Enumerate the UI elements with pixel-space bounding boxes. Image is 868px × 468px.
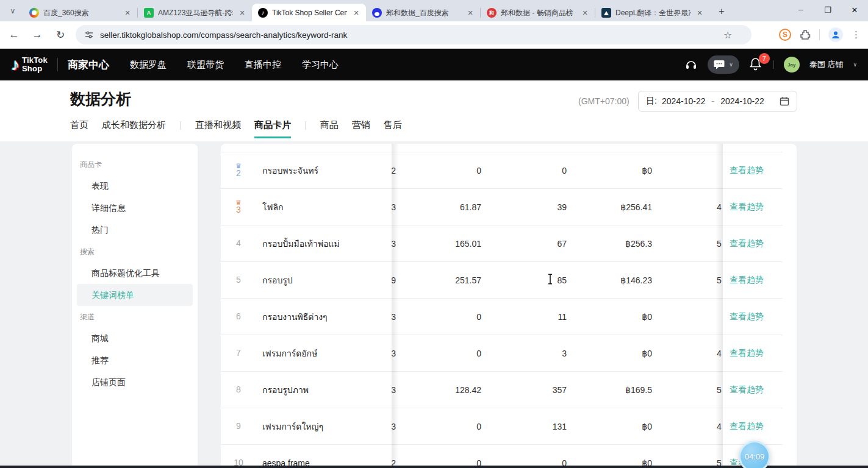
browser-tab-6[interactable]: DeepL翻译：全世界最准✕ xyxy=(595,4,709,21)
sidebar-item[interactable]: 热门 xyxy=(72,219,198,241)
tab-close-icon[interactable]: ✕ xyxy=(123,8,132,18)
address-bar[interactable]: seller.tiktokglobalshop.com/compass/sear… xyxy=(76,25,751,44)
clipped-column-right xyxy=(717,299,723,335)
headset-icon[interactable] xyxy=(684,58,698,71)
page-header: 数据分析 (GMT+07:00) 日: 2024-10-22 - 2024-10… xyxy=(0,80,868,141)
tab-search-chevron-icon[interactable]: ∨ xyxy=(4,2,22,20)
metric-col-2: 11 xyxy=(483,299,567,335)
view-trend-link[interactable]: 查看趋势 xyxy=(730,238,764,249)
tab-close-icon[interactable]: ✕ xyxy=(351,8,361,18)
sidebar-item[interactable]: 商品标题优化工具 xyxy=(72,262,198,284)
browser-tab-4[interactable]: 郑和数据_百度搜索✕ xyxy=(366,4,480,21)
reload-icon[interactable]: ↻ xyxy=(51,26,70,44)
sidebar-item[interactable]: 推荐 xyxy=(72,349,198,371)
metric-col-1: 0 xyxy=(398,299,481,335)
tab-title: 郑和数据_百度搜索 xyxy=(386,8,461,18)
view-trend-link[interactable]: 查看趋势 xyxy=(730,385,764,395)
sidebar-item[interactable]: 表现 xyxy=(72,175,198,197)
sidebar-item[interactable]: 详细信息 xyxy=(72,197,198,219)
metric-col-1: 0 xyxy=(398,408,481,444)
window-controls: ─ ❐ ✕ xyxy=(787,0,868,20)
bookmark-star-icon[interactable]: ☆ xyxy=(723,29,732,41)
browser-tab-5[interactable]: 和郑和数据 - 畅销商品榜✕ xyxy=(481,4,595,21)
view-trend-link[interactable]: 查看趋势 xyxy=(730,421,764,432)
back-icon[interactable]: ← xyxy=(5,26,23,44)
view-trend-link[interactable]: 查看趋势 xyxy=(730,165,764,176)
tab-1[interactable]: 首页 xyxy=(70,119,88,138)
tab-6[interactable]: 营销 xyxy=(352,119,370,138)
metric-col-1: 165.01 xyxy=(398,225,481,261)
nav-item-3[interactable]: 联盟带货 xyxy=(187,59,224,71)
maximize-icon[interactable]: ❐ xyxy=(814,0,841,20)
forward-icon[interactable]: → xyxy=(28,26,46,44)
table-row-partial xyxy=(221,144,783,152)
calendar-icon[interactable] xyxy=(780,96,789,106)
keyword-cell: เฟรมการ์ดใหญ่ๆ xyxy=(262,408,387,444)
sidebar-item[interactable]: 商城 xyxy=(72,327,198,349)
profile-icon[interactable] xyxy=(828,27,843,42)
tab-close-icon[interactable]: ✕ xyxy=(695,8,705,18)
tab-7[interactable]: 售后 xyxy=(384,119,402,138)
extensions-puzzle-icon[interactable] xyxy=(800,29,811,40)
tab-3[interactable]: 直播和视频 xyxy=(195,119,241,138)
tiktok-note-icon: ♪ xyxy=(11,56,20,73)
table-row-rank-2: ♛2กรอบพระจันทร์200฿0查看趋势 xyxy=(221,152,783,189)
tab-2[interactable]: 成长和数据分析 xyxy=(102,119,166,138)
nav-item-1[interactable]: 商家中心 xyxy=(68,58,109,72)
clipped-column-right: 5 xyxy=(717,372,723,408)
action-cell: 查看趋势 xyxy=(723,372,783,408)
view-trend-link[interactable]: 查看趋势 xyxy=(730,311,764,322)
rank-cell: ♛2 xyxy=(221,152,256,188)
action-cell: 查看趋势 xyxy=(723,189,783,225)
tab-close-icon[interactable]: ✕ xyxy=(465,8,475,18)
date-end[interactable]: 2024-10-22 xyxy=(720,96,764,106)
browser-tab-2[interactable]: AAMZ123亚马逊导航-跨境✕ xyxy=(138,4,252,21)
messages-button[interactable]: ∨ xyxy=(708,55,739,74)
notifications-button[interactable]: 7 xyxy=(749,57,764,72)
keyword-rank-table: ♛2กรอบพระจันทร์200฿0查看趋势♛3โฟลิก361.8739฿… xyxy=(221,144,797,468)
baidu-favicon xyxy=(372,8,382,18)
action-cell: 查看趋势 xyxy=(723,335,783,371)
date-start[interactable]: 2024-10-22 xyxy=(662,96,706,106)
tab-4[interactable]: 商品卡片 xyxy=(254,119,291,138)
browser-tab-3[interactable]: ♪TikTok Shop Seller Cente✕ xyxy=(252,4,366,21)
rank-number: 4 xyxy=(236,239,241,248)
table-row-rank-3: ♛3โฟลิก361.8739฿256.414查看趋势 xyxy=(221,189,783,225)
tab-5[interactable]: 商品 xyxy=(320,119,339,138)
metric-col-2: 3 xyxy=(483,335,567,371)
browser-tab-strip: ∨ 百度_360搜索✕AAMZ123亚马逊导航-跨境✕♪TikTok Shop … xyxy=(0,0,868,21)
clipped-column-left: 3 xyxy=(392,408,396,444)
new-tab-icon[interactable]: + xyxy=(713,3,730,20)
rank-cell: 8 xyxy=(221,372,256,408)
menu-kebab-icon[interactable]: ⋮ xyxy=(852,29,861,40)
screen: ∨ 百度_360搜索✕AAMZ123亚马逊导航-跨境✕♪TikTok Shop … xyxy=(0,0,868,468)
recording-timer-bubble[interactable]: 04:09 xyxy=(739,441,770,468)
nav-item-4[interactable]: 直播中控 xyxy=(245,59,281,71)
store-chevron-icon[interactable]: ∨ xyxy=(853,62,857,68)
store-name[interactable]: 泰国 店铺 xyxy=(809,59,844,70)
view-trend-link[interactable]: 查看趋势 xyxy=(730,348,764,359)
sidebar-item[interactable]: 关键词榜单 xyxy=(77,284,193,306)
tab-close-icon[interactable]: ✕ xyxy=(237,8,247,18)
view-trend-link[interactable]: 查看趋势 xyxy=(730,202,764,213)
view-trend-link[interactable]: 查看趋势 xyxy=(730,275,764,286)
minimize-icon[interactable]: ─ xyxy=(787,0,814,20)
table-row-rank-10: 10aespa frame200฿05查看趋势 xyxy=(221,445,783,468)
url-text[interactable]: seller.tiktokglobalshop.com/compass/sear… xyxy=(100,30,347,40)
nav-item-5[interactable]: 学习中心 xyxy=(302,59,339,71)
header-divider-2 xyxy=(773,60,774,69)
close-window-icon[interactable]: ✕ xyxy=(841,0,868,20)
tiktok-shop-logo[interactable]: ♪ TikTok Shop xyxy=(11,56,48,73)
store-avatar[interactable]: Jay xyxy=(784,57,800,73)
site-info-icon[interactable] xyxy=(84,30,94,40)
date-range-picker[interactable]: 日: 2024-10-22 - 2024-10-22 xyxy=(638,91,797,112)
browser-tab-1[interactable]: 百度_360搜索✕ xyxy=(23,4,137,21)
tab-close-icon[interactable]: ✕ xyxy=(580,8,590,18)
analytics-tabs: 首页成长和数据分析|直播和视频商品卡片|商品营销售后 xyxy=(70,119,402,138)
nav-item-2[interactable]: 数据罗盘 xyxy=(130,59,167,71)
rank-cell: 9 xyxy=(221,408,256,444)
extension-s-icon[interactable]: S xyxy=(779,29,791,41)
tab-group-separator: | xyxy=(179,119,182,135)
sidebar-item[interactable]: 店铺页面 xyxy=(72,371,198,393)
clipped-column-right: 4 xyxy=(717,189,723,225)
